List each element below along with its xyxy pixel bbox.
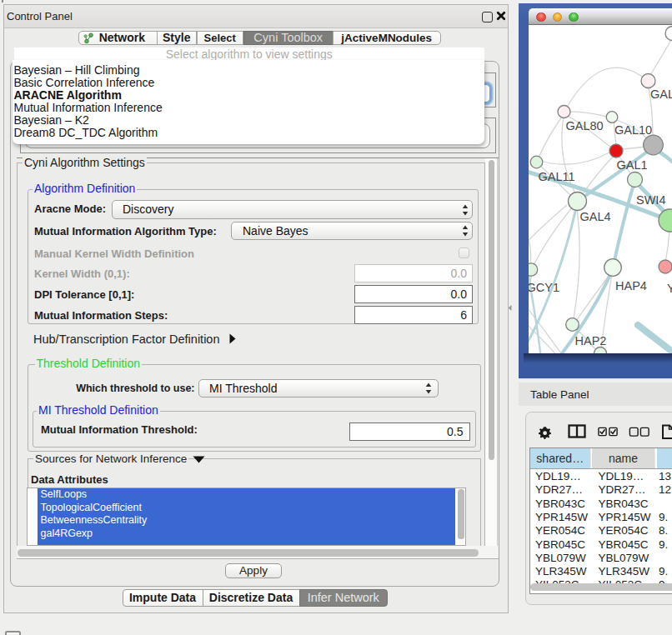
svg-text:SWI4: SWI4 [636, 193, 665, 207]
svg-text:HAP4: HAP4 [615, 279, 647, 292]
svg-text:GAL80: GAL80 [566, 119, 604, 132]
svg-text:GAL11: GAL11 [539, 170, 575, 183]
svg-text:GAL10: GAL10 [614, 123, 652, 137]
svg-text:GAL8: GAL8 [650, 88, 672, 101]
svg-text:HAP2: HAP2 [575, 334, 607, 348]
svg-text:GAL4: GAL4 [580, 210, 611, 223]
svg-text:Y: Y [667, 282, 672, 295]
svg-text:GCY1: GCY1 [529, 281, 559, 294]
svg-text:GAL1: GAL1 [617, 158, 648, 172]
